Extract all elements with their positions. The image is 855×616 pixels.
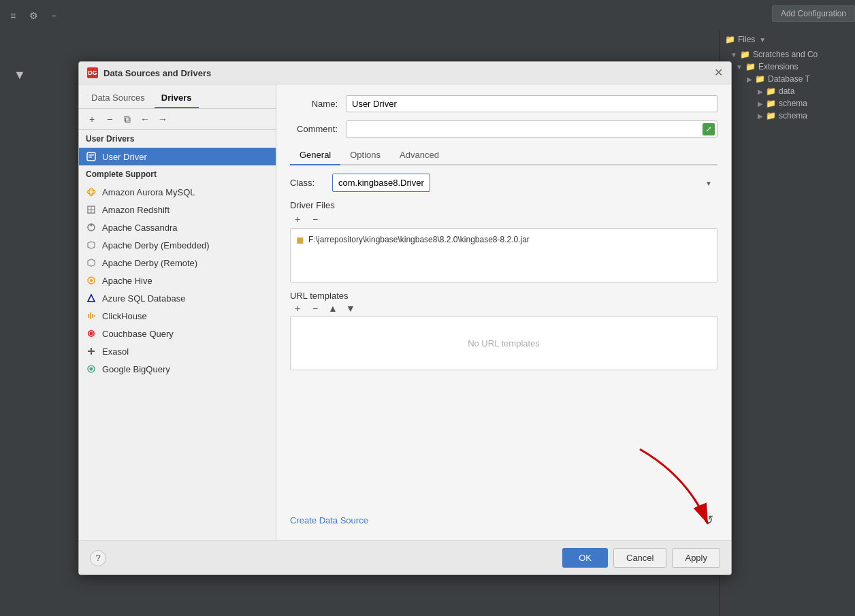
remove-file-button[interactable]: − bbox=[308, 212, 323, 227]
comment-input-wrapper: ⤢ bbox=[346, 120, 717, 137]
driver-item-apache-hive[interactable]: Apache Hive bbox=[79, 272, 276, 289]
files-toolbar: + − bbox=[290, 210, 717, 228]
folder-icon-database: 📁 bbox=[755, 74, 765, 84]
content-footer: Create Data Source ↺ bbox=[290, 510, 717, 530]
add-driver-button[interactable]: + bbox=[84, 112, 99, 127]
remove-template-button[interactable]: − bbox=[308, 301, 323, 316]
no-templates-text: No URL templates bbox=[468, 338, 540, 348]
help-button[interactable]: ? bbox=[90, 550, 106, 566]
dialog-title-text: Data Sources and Drivers bbox=[103, 68, 211, 78]
driver-name: Apache Cassandra bbox=[102, 223, 178, 233]
dialog-title: DG Data Sources and Drivers bbox=[87, 67, 211, 78]
driver-item-apache-derby-remote[interactable]: Apache Derby (Remote) bbox=[79, 254, 276, 272]
file-item[interactable]: ◼ F:\jarrepository\kingbase\kingbase8\8.… bbox=[293, 231, 714, 248]
back-button[interactable]: ← bbox=[138, 112, 152, 127]
comment-expand-button[interactable]: ⤢ bbox=[703, 123, 715, 135]
svg-point-11 bbox=[90, 279, 93, 282]
driver-item-exasol[interactable]: Exasol bbox=[79, 342, 276, 360]
dialog-content: Name: Comment: ⤢ General Options Advance… bbox=[276, 84, 731, 540]
comment-label: Comment: bbox=[290, 124, 338, 134]
svg-rect-15 bbox=[92, 314, 93, 318]
tree-item-data[interactable]: ▶ 📁 data bbox=[720, 85, 855, 97]
derby-embedded-icon bbox=[86, 240, 97, 250]
driver-name: Google BigQuery bbox=[102, 364, 170, 374]
tree-item-label: Extensions bbox=[758, 62, 798, 71]
menu-icon[interactable]: ≡ bbox=[5, 8, 20, 23]
footer-right: OK Cancel Apply bbox=[562, 548, 720, 568]
driver-name: Azure SQL Database bbox=[102, 293, 185, 304]
ok-button[interactable]: OK bbox=[562, 548, 608, 568]
apply-button[interactable]: Apply bbox=[672, 548, 720, 568]
filter-icon[interactable]: ▼ bbox=[14, 68, 26, 82]
driver-files-section: Driver Files + − ◼ F:\jarrepository\king… bbox=[290, 200, 717, 282]
driver-item-amazon-aurora[interactable]: Amazon Aurora MySQL bbox=[79, 183, 276, 201]
driver-name: Apache Derby (Remote) bbox=[102, 258, 197, 268]
tree-item-database[interactable]: ▶ 📁 Database T bbox=[720, 73, 855, 85]
name-field-row: Name: bbox=[290, 95, 717, 112]
driver-item-bigquery[interactable]: Google BigQuery bbox=[79, 360, 276, 378]
dialog-titlebar: DG Data Sources and Drivers ✕ bbox=[79, 62, 731, 84]
create-datasource-link[interactable]: Create Data Source bbox=[290, 515, 368, 525]
comment-input[interactable] bbox=[346, 120, 717, 137]
right-panel-header: 📁 Files ▼ bbox=[720, 31, 855, 48]
tree-item-scratches[interactable]: ▼ 📁 Scratches and Co bbox=[720, 48, 855, 61]
forward-button[interactable]: → bbox=[155, 112, 170, 127]
dialog-close-button[interactable]: ✕ bbox=[714, 67, 723, 78]
cancel-button[interactable]: Cancel bbox=[613, 548, 666, 568]
svg-point-9 bbox=[91, 225, 93, 227]
minimize-icon[interactable]: − bbox=[46, 8, 61, 23]
driver-item-couchbase[interactable]: Couchbase Query bbox=[79, 325, 276, 342]
chevron-right-icon: ▶ bbox=[758, 88, 763, 95]
cassandra-icon bbox=[86, 222, 97, 233]
add-template-button[interactable]: + bbox=[290, 301, 305, 316]
copy-driver-button[interactable]: ⧉ bbox=[120, 112, 135, 127]
name-label: Name: bbox=[290, 99, 338, 109]
tab-data-sources[interactable]: Data Sources bbox=[84, 88, 152, 108]
tree-item-label: Database T bbox=[768, 74, 810, 84]
driver-item-apache-derby-embedded[interactable]: Apache Derby (Embedded) bbox=[79, 236, 276, 254]
add-file-button[interactable]: + bbox=[290, 212, 305, 227]
driver-item-apache-cassandra[interactable]: Apache Cassandra bbox=[79, 218, 276, 236]
name-input[interactable] bbox=[346, 95, 717, 112]
data-sources-dialog: DG Data Sources and Drivers ✕ Data Sourc… bbox=[78, 61, 732, 575]
couchbase-icon bbox=[86, 328, 97, 339]
tree-item-label: data bbox=[779, 86, 794, 96]
driver-item-clickhouse[interactable]: ClickHouse bbox=[79, 307, 276, 325]
reset-button[interactable]: ↺ bbox=[698, 510, 717, 530]
tab-general[interactable]: General bbox=[290, 146, 340, 165]
driver-name: Apache Derby (Embedded) bbox=[102, 240, 210, 250]
folder-icon-schema1: 📁 bbox=[766, 99, 776, 108]
folder-icon-extensions: 📁 bbox=[745, 62, 756, 71]
tab-advanced[interactable]: Advanced bbox=[390, 146, 449, 165]
complete-support-label: Complete Support bbox=[79, 165, 276, 183]
tree-item-schema2[interactable]: ▶ 📁 schema bbox=[720, 110, 855, 122]
tree-item-extensions[interactable]: ▼ 📁 Extensions bbox=[720, 61, 855, 73]
chevron-right-icon: ▶ bbox=[758, 100, 763, 108]
url-templates-toolbar: + − ▲ ▼ bbox=[290, 301, 717, 316]
class-select-wrapper: com.kingbase8.Driver bbox=[332, 174, 717, 192]
top-toolbar: ≡ ⚙ − Add Configuration bbox=[0, 0, 855, 31]
hive-icon bbox=[86, 275, 97, 286]
move-down-button[interactable]: ▼ bbox=[343, 301, 358, 316]
azure-icon bbox=[86, 293, 97, 304]
move-up-button[interactable]: ▲ bbox=[325, 301, 340, 316]
jar-icon: ◼ bbox=[296, 234, 304, 245]
driver-item-azure-sql[interactable]: Azure SQL Database bbox=[79, 289, 276, 307]
sidebar-scroll[interactable]: User Drivers User Driver Complete Suppor… bbox=[79, 130, 276, 540]
tree-item-schema1[interactable]: ▶ 📁 schema bbox=[720, 97, 855, 110]
add-configuration-button[interactable]: Add Configuration bbox=[772, 5, 855, 22]
svg-rect-1 bbox=[88, 155, 94, 156]
driver-item-user-driver[interactable]: User Driver bbox=[79, 148, 276, 165]
tab-drivers[interactable]: Drivers bbox=[155, 88, 199, 108]
footer-left: ? bbox=[90, 550, 106, 566]
driver-item-amazon-redshift[interactable]: Amazon Redshift bbox=[79, 201, 276, 218]
driver-name: Couchbase Query bbox=[102, 329, 174, 339]
class-select[interactable]: com.kingbase8.Driver bbox=[332, 174, 430, 192]
settings-icon[interactable]: ⚙ bbox=[26, 8, 41, 23]
files-dropdown-icon[interactable]: ▼ bbox=[759, 36, 766, 44]
tab-options[interactable]: Options bbox=[340, 146, 390, 165]
dialog-sidebar: Data Sources Drivers + − ⧉ ← → User Driv… bbox=[79, 84, 276, 540]
remove-driver-button[interactable]: − bbox=[102, 112, 117, 127]
folder-icon-scratches: 📁 bbox=[740, 50, 750, 59]
driver-name: ClickHouse bbox=[102, 311, 147, 321]
